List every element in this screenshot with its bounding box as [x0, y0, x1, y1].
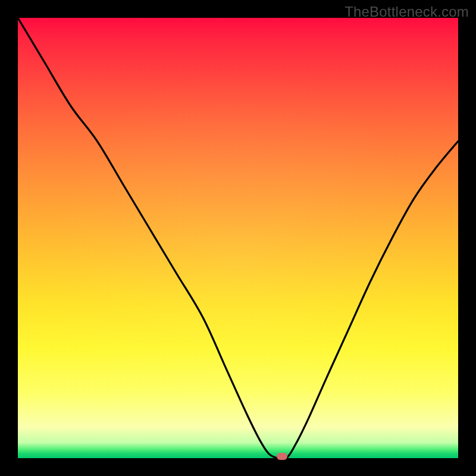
chart-frame: TheBottleneck.com	[0, 0, 476, 476]
curve-svg	[18, 18, 458, 458]
bottleneck-curve-path	[18, 18, 458, 458]
plot-area	[18, 18, 458, 458]
watermark-text: TheBottleneck.com	[345, 4, 469, 20]
minimum-marker	[277, 453, 287, 460]
